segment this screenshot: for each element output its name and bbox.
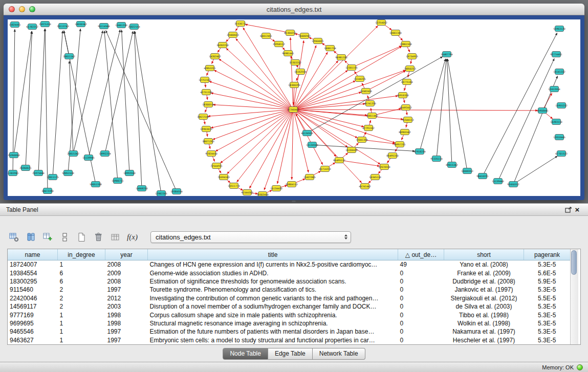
graph-node[interactable]: 16061734 (324, 46, 336, 51)
graph-node[interactable]: 80965542 (399, 129, 410, 135)
graph-edge[interactable] (227, 110, 293, 174)
graph-edge[interactable] (89, 30, 120, 158)
graph-node[interactable]: 81304212 (284, 30, 296, 36)
graph-node[interactable]: 18300514 (202, 102, 214, 107)
graph-node[interactable]: 13811442 (366, 113, 378, 119)
graph-node[interactable]: 76594183 (217, 174, 229, 180)
graph-node[interactable]: 18030342 (75, 21, 86, 27)
graph-node[interactable]: 16046553 (461, 168, 473, 174)
table-row[interactable]: 977716911998Corpus callosum shape and si… (8, 311, 570, 319)
graph-node[interactable]: 17240407 (287, 107, 299, 113)
graph-node[interactable]: 15582410 (360, 89, 372, 94)
graph-edge[interactable] (293, 110, 309, 172)
network-window-titlebar[interactable]: citations_edges.txt (4, 4, 584, 15)
graph-edge[interactable] (212, 110, 293, 140)
graph-node[interactable]: 91544302 (241, 190, 253, 195)
graph-node[interactable]: 16906711 (112, 178, 123, 184)
column-header-3[interactable]: year (105, 249, 148, 260)
function-builder-icon[interactable]: f(x) (125, 230, 139, 244)
graph-node[interactable]: 85493412 (400, 105, 411, 111)
graph-node[interactable]: 96981320 (335, 55, 347, 60)
graph-node[interactable]: 60012451 (260, 33, 272, 39)
graph-node[interactable]: 15139440 (492, 179, 504, 184)
table-row[interactable]: 1872400712008Changes of HCN gene express… (8, 260, 570, 269)
graph-node[interactable]: 16162554 (294, 69, 306, 75)
graph-node[interactable]: 12413554 (548, 86, 560, 92)
tab-node-table[interactable]: Node Table (223, 348, 268, 360)
graph-node[interactable]: 15661230 (115, 23, 127, 28)
graph-edge[interactable] (293, 110, 403, 119)
graph-node[interactable]: 67918234 (413, 149, 425, 155)
graph-edge[interactable] (105, 31, 133, 154)
graph-node[interactable]: 22400623 (227, 32, 238, 38)
graph-node[interactable]: 67701523 (555, 151, 567, 157)
graph-node[interactable]: 97834410 (205, 151, 217, 157)
graph-node[interactable]: 97235114 (430, 156, 442, 162)
column-header-1[interactable]: name (8, 249, 58, 260)
graph-node[interactable]: 61782212 (26, 24, 38, 30)
graph-node[interactable]: 45134520 (301, 130, 313, 136)
graph-node[interactable]: 10661344 (389, 30, 401, 36)
graph-edge[interactable] (293, 45, 316, 110)
graph-node[interactable]: 12010445 (553, 135, 565, 140)
graph-node[interactable]: 38671203 (202, 139, 214, 144)
graph-node[interactable]: 18992550 (123, 170, 135, 176)
graph-node[interactable]: 15427065 (303, 174, 315, 180)
graph-node[interactable]: 20611142 (63, 54, 75, 59)
panel-resize-handle[interactable] (292, 201, 296, 202)
graph-node[interactable]: 15134544 (306, 142, 318, 148)
graph-node[interactable]: 16916320 (397, 93, 408, 98)
graph-node[interactable]: 45714233 (319, 166, 331, 172)
graph-node[interactable]: 14202402 (209, 54, 221, 59)
graph-node[interactable]: 25975310 (39, 21, 51, 27)
graph-node[interactable]: 19564021 (312, 38, 323, 44)
graph-edge[interactable] (293, 70, 406, 110)
graph-edge[interactable] (293, 96, 398, 110)
column-header-4[interactable]: title (148, 249, 398, 260)
graph-node[interactable]: 83804113 (286, 182, 297, 187)
graph-edge[interactable] (293, 110, 538, 111)
graph-node[interactable]: 15824451 (9, 22, 20, 28)
graph-edge[interactable] (208, 110, 293, 116)
table-row[interactable]: 946362711997Embryonic stem cells: a mode… (8, 336, 570, 344)
column-header-6[interactable]: short (444, 249, 524, 260)
graph-node[interactable]: 19384554 (170, 189, 182, 194)
graph-node[interactable]: 96981441 (282, 51, 294, 56)
graph-node[interactable]: 15958441 (536, 108, 548, 114)
graph-node[interactable]: 34202210 (216, 42, 228, 48)
row-height-icon[interactable] (58, 230, 72, 244)
graph-node[interactable]: 12982205 (155, 191, 167, 196)
table-options-icon[interactable] (7, 230, 21, 244)
show-columns-icon[interactable] (24, 230, 38, 244)
graph-node[interactable]: 12670554 (378, 164, 390, 170)
graph-node[interactable]: 30672144 (197, 114, 209, 120)
graph-node[interactable]: 45741442 (359, 184, 371, 189)
graph-node[interactable]: 18300295 (288, 82, 300, 88)
graph-node[interactable]: 91544113 (402, 117, 413, 123)
graph-node[interactable]: 31536711 (234, 21, 246, 27)
graph-node[interactable]: 96114566 (98, 24, 110, 29)
graph-node[interactable]: 15955232 (555, 103, 567, 108)
graph-node[interactable]: 89815342 (446, 162, 458, 168)
graph-node[interactable]: 15134420 (270, 186, 282, 191)
graph-node[interactable]: 14283110 (550, 119, 562, 125)
graph-node[interactable]: 74850213 (404, 66, 416, 72)
graph-node[interactable]: 72041350 (356, 137, 367, 143)
graph-node[interactable]: 42751320 (200, 90, 212, 95)
graph-node[interactable]: 45741230 (364, 101, 376, 106)
graph-node[interactable]: 85495112 (333, 158, 345, 163)
graph-edge[interactable] (38, 29, 45, 173)
graph-node[interactable]: 14141332 (553, 69, 565, 75)
scrollbar-thumb[interactable] (571, 250, 577, 275)
table-row[interactable]: 911546021997Tourette syndrome. Phenomeno… (8, 286, 570, 294)
graph-node[interactable]: 25260050 (8, 152, 19, 158)
import-table-icon[interactable] (108, 230, 122, 244)
column-header-2[interactable]: in_degree (58, 249, 105, 260)
graph-node[interactable]: 12201155 (345, 65, 357, 71)
graph-edge[interactable] (292, 110, 293, 180)
graph-edge[interactable] (447, 59, 452, 165)
graph-node[interactable]: 16487794 (441, 52, 452, 57)
graph-node[interactable]: 59051530 (62, 170, 74, 176)
graph-node[interactable]: 20113743 (57, 24, 69, 29)
tab-edge-table[interactable]: Edge Table (268, 348, 313, 360)
